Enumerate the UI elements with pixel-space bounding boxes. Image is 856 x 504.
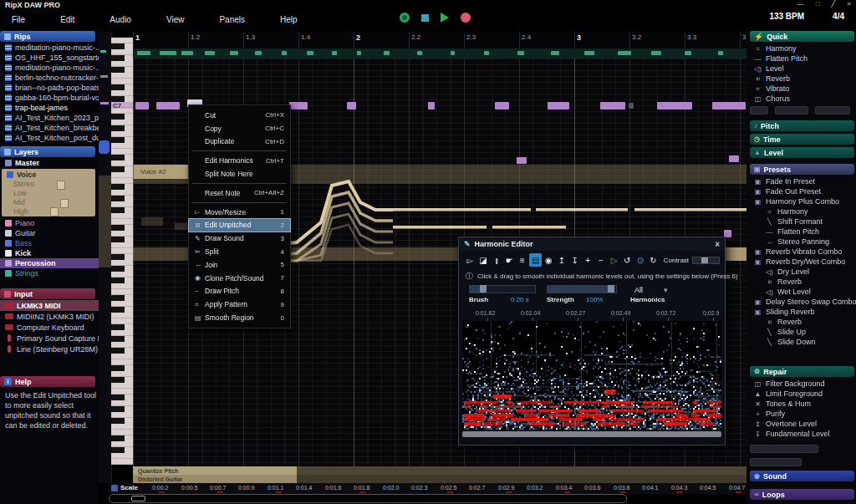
black-key[interactable] [111, 196, 133, 201]
black-key[interactable] [111, 324, 133, 330]
quick-chorus[interactable]: ◫Chorus [748, 94, 856, 104]
menu-view[interactable]: View [155, 15, 196, 24]
preset-sub-item[interactable]: —Flatten Pitch [748, 227, 856, 237]
menu-help[interactable]: Help [268, 15, 309, 24]
white-key[interactable] [111, 231, 133, 237]
midi-note[interactable] [517, 157, 527, 164]
rip-item[interactable]: OS_HHF_155_songstarter... [0, 53, 99, 63]
white-key[interactable] [111, 172, 133, 178]
voice-sub-mid[interactable]: Mid [2, 197, 95, 206]
menu-edit[interactable]: Edit [48, 15, 86, 24]
black-key[interactable] [111, 155, 133, 160]
refresh-icon[interactable]: ↻ [647, 253, 660, 267]
menu-item-cut[interactable]: CutCtrl+X [189, 109, 290, 122]
lower-harmonics-tool[interactable]: ↧ [568, 253, 581, 267]
help-panel-header[interactable]: i Help [0, 376, 95, 387]
raise-harmonics-tool[interactable]: ↥ [556, 253, 568, 267]
minimize-button[interactable]: — [797, 0, 804, 8]
rip-item[interactable]: brian--no-pads-pop-beats... [0, 83, 99, 93]
menu-item-edit-harmonics[interactable]: Edit HarmonicsCtrl+T [189, 154, 290, 167]
repair-filter-background[interactable]: ◫Filter Background [748, 379, 856, 389]
midi-note[interactable] [347, 102, 356, 109]
spectrogram-canvas[interactable] [462, 321, 721, 430]
white-key[interactable] [111, 73, 133, 79]
preset-item[interactable]: ▣Reverb Dry/Wet Combo [748, 257, 856, 267]
mid-slider[interactable] [60, 199, 69, 208]
white-key[interactable] [111, 149, 133, 155]
harmonic-editor-scrollbar[interactable] [462, 431, 721, 437]
input-item[interactable]: Computer Keyboard [0, 322, 99, 333]
preset-item[interactable]: ▣Fade In Preset [748, 176, 856, 186]
harmonic-editor-close-button[interactable]: × [715, 240, 720, 249]
midi-note[interactable] [495, 102, 509, 109]
song-overview-strip[interactable] [133, 48, 746, 59]
black-key[interactable] [111, 114, 133, 120]
input-item[interactable]: MIDIIN2 (LKMK3 MIDI) [0, 311, 99, 322]
white-key[interactable] [111, 190, 133, 196]
play-button[interactable] [441, 13, 449, 23]
midi-note[interactable] [135, 102, 149, 109]
preset-item[interactable]: ▣Fade Out Preset [748, 186, 856, 196]
rip-item[interactable]: meditation-piano-music-... [0, 43, 99, 53]
midi-note[interactable] [729, 155, 739, 162]
preset-sub-item[interactable]: ╲Shift Formant [748, 216, 856, 227]
repair-fundamental-level[interactable]: ↧Fundamental Level [748, 429, 856, 439]
input-panel-header[interactable]: Input [0, 288, 95, 299]
white-key[interactable] [111, 359, 133, 365]
black-key[interactable] [111, 96, 133, 102]
menu-item-move-resize[interactable]: ▻Move/Resize1 [189, 206, 290, 219]
layer-strings[interactable]: Strings [0, 268, 99, 278]
layer-guitar[interactable]: Guitar [0, 228, 99, 238]
black-key[interactable] [111, 418, 133, 424]
white-key[interactable] [111, 272, 133, 277]
black-key[interactable] [111, 395, 133, 400]
high-slider[interactable] [50, 207, 59, 216]
preset-sub-item[interactable]: ≡Reverb [748, 317, 856, 327]
quick-flatten-pitch[interactable]: —Flatten Pitch [748, 53, 856, 64]
black-key[interactable] [111, 447, 133, 453]
rip-item[interactable]: AI_Test_Kitchen_breakbea... [0, 123, 99, 133]
layer-bass[interactable]: Bass [0, 238, 99, 248]
layer-master[interactable]: Master [0, 158, 104, 168]
white-key[interactable] [111, 383, 133, 389]
white-key[interactable] [111, 459, 133, 465]
white-key[interactable] [111, 38, 133, 43]
quick-harmony[interactable]: =Harmony [748, 43, 856, 53]
white-key[interactable] [111, 160, 133, 166]
menu-item-copy[interactable]: CopyCtrl+C [189, 122, 290, 135]
menu-panels[interactable]: Panels [207, 15, 257, 24]
white-key[interactable] [111, 242, 133, 248]
black-key[interactable] [111, 435, 133, 441]
quantize-pitch-strip[interactable]: Quantize Pitch [133, 466, 746, 475]
repair-overtone-level[interactable]: ↥Overtone Level [748, 419, 856, 429]
white-key[interactable] [111, 120, 133, 125]
black-key[interactable] [111, 348, 133, 354]
preset-sub-item[interactable]: =Harmony [748, 206, 856, 216]
white-key[interactable] [111, 453, 133, 459]
menu-audio[interactable]: Audio [98, 15, 143, 24]
menu-item-join[interactable]: ↔Join5 [189, 258, 290, 272]
layer-piano[interactable]: Piano [0, 218, 99, 228]
white-key[interactable] [111, 430, 133, 435]
metronome-icon[interactable] [400, 13, 410, 23]
stop-button[interactable] [421, 14, 429, 22]
harmonics-view-tool[interactable]: ≡ [517, 253, 529, 267]
record-button[interactable] [461, 13, 471, 23]
menu-item-smooth-region[interactable]: ▤Smooth Region0 [189, 311, 290, 324]
time-signature[interactable]: 4/4 [833, 12, 844, 21]
voice-sub-low[interactable]: Low [2, 188, 95, 197]
repair-panel-header[interactable]: ⚙ Repair [750, 366, 854, 377]
horizontal-scrollbar[interactable] [109, 494, 627, 503]
scrollbar-thumb[interactable] [131, 496, 145, 501]
rip-item[interactable]: AI_Test_Kitchen_2023_po... [0, 113, 99, 123]
white-key[interactable] [111, 342, 133, 348]
rip-item[interactable]: AI_Test_Kitchen_post_dub... [0, 133, 99, 143]
maximize-button[interactable]: □ [816, 0, 820, 8]
strength-slider[interactable] [547, 285, 617, 293]
pitch-panel-header[interactable]: ♪ Pitch [750, 120, 854, 131]
preset-sub-item[interactable]: ╲Slide Down [748, 337, 856, 347]
snapshot-tool[interactable]: ◉ [543, 253, 555, 267]
white-key[interactable] [111, 283, 133, 289]
black-key[interactable] [111, 137, 133, 143]
menu-item-split-note-here[interactable]: Split Note Here [189, 167, 290, 181]
